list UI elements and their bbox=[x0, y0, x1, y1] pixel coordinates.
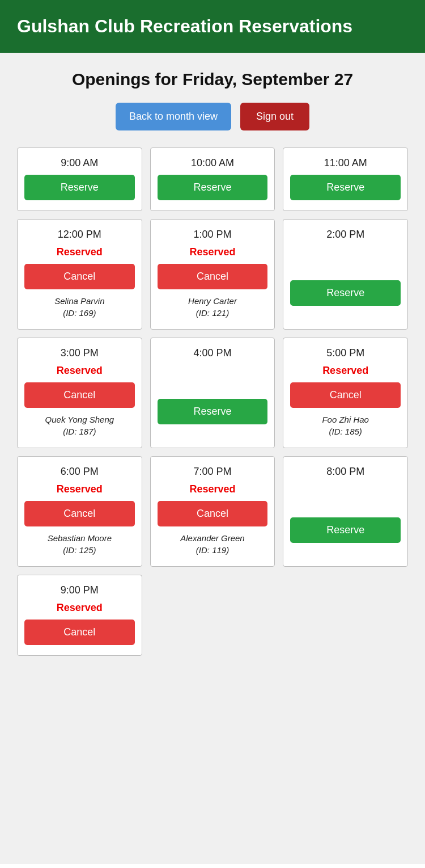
sign-out-button[interactable]: Sign out bbox=[240, 103, 309, 130]
cancel-button[interactable]: Cancel bbox=[158, 264, 268, 289]
slot-reserved-label: Reserved bbox=[189, 483, 235, 495]
cancel-button[interactable]: Cancel bbox=[24, 501, 135, 526]
cancel-button[interactable]: Cancel bbox=[24, 264, 135, 289]
slot-card: 1:00 PMReservedCancelHenry Carter (ID: 1… bbox=[150, 219, 275, 330]
slot-time: 6:00 PM bbox=[61, 466, 99, 478]
slot-time: 12:00 PM bbox=[58, 229, 101, 241]
slot-reserved-label: Reserved bbox=[189, 246, 235, 258]
slot-card: 9:00 AMReserve bbox=[17, 148, 142, 211]
reserve-button[interactable]: Reserve bbox=[24, 175, 135, 200]
slot-card: 2:00 PMReserve bbox=[283, 219, 408, 330]
slot-time: 11:00 AM bbox=[324, 157, 367, 169]
slot-time: 5:00 PM bbox=[326, 347, 364, 359]
slot-person: Selina Parvin (ID: 169) bbox=[54, 295, 104, 319]
cancel-button[interactable]: Cancel bbox=[290, 382, 401, 408]
reserve-button[interactable]: Reserve bbox=[290, 175, 401, 200]
slot-card: 12:00 PMReservedCancelSelina Parvin (ID:… bbox=[17, 219, 142, 330]
slot-person: Foo Zhi Hao (ID: 185) bbox=[322, 414, 369, 437]
slot-time: 4:00 PM bbox=[193, 347, 231, 359]
slot-time: 9:00 AM bbox=[61, 157, 98, 169]
cancel-button[interactable]: Cancel bbox=[24, 620, 135, 645]
cancel-button[interactable]: Cancel bbox=[24, 382, 135, 408]
slot-reserved-label: Reserved bbox=[57, 602, 103, 614]
main-content: Openings for Friday, September 27 Back t… bbox=[0, 53, 425, 864]
reserve-button[interactable]: Reserve bbox=[158, 399, 268, 424]
slot-card: 6:00 PMReservedCancelSebastian Moore (ID… bbox=[17, 456, 142, 567]
slot-person: Alexander Green (ID: 119) bbox=[180, 532, 244, 556]
slot-card: 5:00 PMReservedCancelFoo Zhi Hao (ID: 18… bbox=[283, 338, 408, 448]
action-buttons: Back to month view Sign out bbox=[17, 103, 408, 130]
slot-card: 8:00 PMReserve bbox=[283, 456, 408, 567]
reserve-button[interactable]: Reserve bbox=[290, 280, 401, 306]
slot-person: Sebastian Moore (ID: 125) bbox=[48, 532, 112, 556]
page-title: Openings for Friday, September 27 bbox=[17, 70, 408, 89]
app-title: Gulshan Club Recreation Reservations bbox=[17, 16, 408, 37]
slot-card: 10:00 AMReserve bbox=[150, 148, 275, 211]
cancel-button[interactable]: Cancel bbox=[158, 501, 268, 526]
back-to-month-button[interactable]: Back to month view bbox=[116, 103, 231, 130]
slot-person: Henry Carter (ID: 121) bbox=[188, 295, 237, 319]
slot-time: 10:00 AM bbox=[191, 157, 234, 169]
slot-reserved-label: Reserved bbox=[57, 365, 103, 377]
slot-card: 9:00 PMReservedCancel bbox=[17, 575, 142, 656]
slot-reserved-label: Reserved bbox=[322, 365, 368, 377]
slot-reserved-label: Reserved bbox=[57, 246, 103, 258]
slot-reserved-label: Reserved bbox=[57, 483, 103, 495]
slot-time: 8:00 PM bbox=[326, 466, 364, 478]
reserve-button[interactable]: Reserve bbox=[290, 517, 401, 543]
slot-card: 11:00 AMReserve bbox=[283, 148, 408, 211]
slot-card: 7:00 PMReservedCancelAlexander Green (ID… bbox=[150, 456, 275, 567]
slot-card: 3:00 PMReservedCancelQuek Yong Sheng (ID… bbox=[17, 338, 142, 448]
slot-time: 7:00 PM bbox=[193, 466, 231, 478]
reserve-button[interactable]: Reserve bbox=[158, 175, 268, 200]
slot-time: 9:00 PM bbox=[61, 584, 99, 596]
slot-card: 4:00 PMReserve bbox=[150, 338, 275, 448]
slot-person: Quek Yong Sheng (ID: 187) bbox=[45, 414, 114, 437]
app-header: Gulshan Club Recreation Reservations bbox=[0, 0, 425, 53]
slots-grid: 9:00 AMReserve10:00 AMReserve11:00 AMRes… bbox=[17, 148, 408, 656]
slot-time: 2:00 PM bbox=[326, 229, 364, 241]
slot-time: 1:00 PM bbox=[193, 229, 231, 241]
slot-time: 3:00 PM bbox=[61, 347, 99, 359]
